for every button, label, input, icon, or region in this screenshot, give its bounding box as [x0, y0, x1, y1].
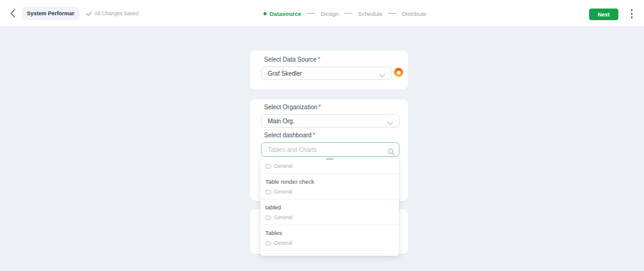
data-source-select[interactable]: Graf Skedler: [261, 67, 392, 80]
dashboard-option[interactable]: Tables General: [260, 225, 399, 250]
dashboard-option[interactable]: Table render check General: [260, 173, 399, 199]
dashboard-option-title: Table render check: [265, 178, 399, 185]
folder-icon: [265, 240, 271, 246]
save-status: All Changes Saved: [86, 0, 138, 27]
organization-select[interactable]: Main Org.: [261, 114, 399, 128]
more-options-button[interactable]: [629, 9, 635, 18]
dashboard-search-wrap: [261, 142, 399, 157]
step-distribute[interactable]: Distribute: [402, 10, 426, 17]
folder-row: General: [265, 163, 399, 169]
save-status-label: All Changes Saved: [95, 10, 138, 16]
grafana-icon[interactable]: [394, 68, 403, 77]
required-asterisk: *: [318, 104, 321, 110]
organization-label: Select Organization*: [264, 104, 321, 110]
organization-value: Main Org.: [268, 118, 295, 125]
label-text: Select Data Source: [264, 56, 317, 63]
datasource-label: Select Data Source*: [264, 56, 320, 63]
step-schedule[interactable]: Schedule: [358, 10, 382, 17]
dashboard-label: Select dashboard*: [264, 132, 315, 139]
step-divider: [307, 13, 315, 14]
workflow-stepper: Datasource Design Schedule Distribute: [263, 0, 426, 27]
dashboard-option-title: tabled: [265, 204, 399, 211]
folder-name: General: [274, 240, 292, 246]
step-label: Design: [321, 10, 339, 17]
step-design[interactable]: Design: [321, 10, 339, 17]
chevron-down-icon: [387, 120, 393, 126]
label-text: Select dashboard: [264, 132, 312, 139]
data-source-value: Graf Skedler: [268, 70, 302, 77]
search-icon: [388, 146, 395, 157]
folder-icon: [265, 215, 271, 220]
step-divider: [344, 13, 352, 14]
back-button[interactable]: [10, 9, 18, 18]
step-label: Datasource: [270, 10, 301, 17]
folder-icon: [265, 164, 271, 169]
clipped-text-remnant: [326, 158, 334, 160]
top-toolbar: All Changes Saved Datasource Design Sche…: [0, 0, 644, 27]
chevron-left-icon: [10, 9, 15, 18]
folder-name: General: [274, 189, 292, 195]
folder-row: General: [265, 214, 399, 220]
folder-name: General: [274, 214, 292, 220]
dashboard-options-dropdown: General Table render check General table…: [260, 157, 399, 256]
step-datasource[interactable]: Datasource: [263, 10, 301, 17]
step-divider: [388, 13, 396, 14]
chevron-down-icon: [379, 72, 385, 79]
folder-row: General: [265, 189, 399, 195]
folder-name: General: [274, 163, 292, 169]
required-asterisk: *: [313, 132, 315, 139]
dashboard-option[interactable]: tabled General: [260, 199, 399, 225]
step-label: Distribute: [402, 10, 426, 17]
required-asterisk: *: [318, 56, 320, 63]
label-text: Select Organization: [264, 104, 317, 110]
dashboard-option-title: Tables and Charts: [265, 255, 399, 256]
folder-row: General: [265, 240, 399, 246]
check-icon: [86, 11, 92, 16]
dashboard-search-input[interactable]: [261, 142, 399, 157]
next-button[interactable]: Next: [589, 9, 618, 20]
report-title-input[interactable]: [22, 7, 79, 20]
dashboard-option-title: Tables: [265, 229, 399, 236]
dashboard-option[interactable]: Tables and Charts General: [260, 250, 399, 256]
datasource-card: Select Data Source* Graf Skedler: [250, 51, 408, 90]
step-label: Schedule: [358, 10, 382, 17]
active-step-dot: [263, 12, 267, 15]
folder-icon: [265, 189, 271, 195]
app-window: All Changes Saved Datasource Design Sche…: [0, 0, 644, 271]
